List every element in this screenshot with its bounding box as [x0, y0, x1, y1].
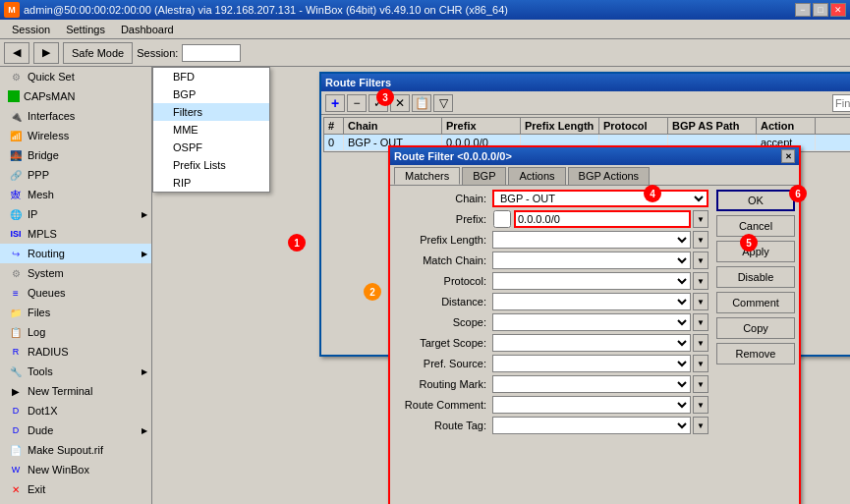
sidebar-item-files[interactable]: 📁 Files [0, 303, 151, 322]
menu-dashboard[interactable]: Dashboard [113, 22, 182, 37]
routing-mark-dropdown[interactable]: ▼ [693, 375, 708, 393]
close-button[interactable]: ✕ [830, 3, 846, 17]
remove-filter-button[interactable]: − [347, 94, 367, 112]
prefix-length-select[interactable] [492, 231, 691, 249]
sidebar-item-exit[interactable]: ✕ Exit [0, 479, 151, 499]
comment-button[interactable]: Comment [716, 292, 795, 313]
target-scope-dropdown[interactable]: ▼ [693, 334, 708, 352]
sidebar-item-dude[interactable]: D Dude ▶ [0, 420, 151, 440]
prefix-checkbox[interactable] [492, 210, 512, 228]
submenu-bfd[interactable]: BFD [153, 68, 269, 85]
submenu-ospf[interactable]: OSPF [153, 139, 269, 156]
prefix-input[interactable] [514, 210, 691, 228]
scope-select[interactable] [492, 313, 691, 331]
sidebar-item-dot1x[interactable]: D Dot1X [0, 401, 151, 420]
remove-button[interactable]: Remove [716, 343, 795, 364]
routing-mark-label: Routing Mark: [394, 378, 492, 390]
submenu-rip[interactable]: RIP [153, 174, 269, 192]
sidebar-item-ip[interactable]: 🌐 IP ▶ [0, 204, 151, 224]
route-filters-toolbar: + − ✓ ✕ 📋 ▽ all [321, 91, 850, 115]
sidebar-item-new-terminal[interactable]: ▶ New Terminal [0, 381, 151, 401]
ip-arrow-icon: ▶ [142, 210, 147, 219]
title-bar-controls: − □ ✕ [795, 3, 846, 17]
menu-session[interactable]: Session [4, 22, 58, 37]
submenu-filters[interactable]: Filters [153, 103, 269, 121]
sidebar-item-ppp[interactable]: 🔗 PPP [0, 165, 151, 185]
title-bar-text: admin@50:00:00:02:00:00 (Alestra) via 19… [24, 4, 795, 16]
session-label: Session: [137, 47, 178, 59]
add-filter-button[interactable]: + [325, 94, 345, 112]
tab-actions[interactable]: Actions [508, 167, 565, 185]
sidebar-label-mesh: Mesh [28, 189, 54, 200]
sidebar: ⚙ Quick Set CAPsMAN 🔌 Interfaces 📶 Wirel… [0, 67, 152, 504]
protocol-dropdown[interactable]: ▼ [693, 272, 708, 290]
dialog-body: Chain: BGP - OUT Prefix: ▼ [390, 186, 799, 441]
pref-source-select[interactable] [492, 355, 691, 372]
route-comment-dropdown[interactable]: ▼ [693, 396, 708, 414]
dude-icon: D [8, 422, 24, 438]
minimize-button[interactable]: − [795, 3, 811, 17]
tab-bgp[interactable]: BGP [462, 167, 506, 185]
sidebar-item-log[interactable]: 📋 Log [0, 322, 151, 342]
copy-button[interactable]: Copy [716, 317, 795, 339]
forward-button[interactable]: ▶ [33, 42, 59, 64]
route-tag-dropdown[interactable]: ▼ [693, 417, 708, 434]
sidebar-item-radius[interactable]: R RADIUS [0, 342, 151, 362]
sidebar-label-quick-set: Quick Set [28, 71, 75, 83]
sidebar-item-routing[interactable]: ↪ Routing ▶ [0, 244, 151, 263]
sidebar-item-wireless[interactable]: 📶 Wireless [0, 126, 151, 145]
chain-select[interactable]: BGP - OUT [492, 190, 708, 207]
sidebar-item-make-supout[interactable]: 📄 Make Supout.rif [0, 440, 151, 460]
safe-mode-button[interactable]: Safe Mode [63, 42, 133, 64]
tab-bgp-actions[interactable]: BGP Actions [568, 167, 651, 185]
sidebar-item-new-winbox[interactable]: W New WinBox [0, 460, 151, 479]
sidebar-item-capsman[interactable]: CAPsMAN [0, 86, 151, 106]
exit-icon: ✕ [8, 481, 24, 497]
pref-source-dropdown[interactable]: ▼ [693, 355, 708, 372]
prefix-dropdown[interactable]: ▼ [693, 210, 708, 228]
maximize-button[interactable]: □ [813, 3, 828, 17]
sidebar-item-mesh[interactable]: 🕸 Mesh [0, 185, 151, 204]
sidebar-item-tools[interactable]: 🔧 Tools ▶ [0, 362, 151, 381]
prefix-length-dropdown[interactable]: ▼ [693, 231, 708, 249]
protocol-select[interactable] [492, 272, 691, 290]
routing-mark-select[interactable] [492, 375, 691, 393]
match-chain-select[interactable] [492, 252, 691, 269]
submenu-prefix-lists[interactable]: Prefix Lists [153, 156, 269, 174]
filter-button[interactable]: ▽ [433, 94, 453, 112]
sidebar-item-system[interactable]: ⚙ System [0, 263, 151, 283]
distance-select[interactable] [492, 293, 691, 310]
route-filter-dialog-close[interactable]: ✕ [781, 149, 795, 163]
sidebar-item-bridge[interactable]: 🌉 Bridge [0, 145, 151, 165]
route-filter-dialog-controls: ✕ [781, 149, 795, 163]
submenu-bgp[interactable]: BGP [153, 85, 269, 103]
sidebar-item-mpls[interactable]: ISI MPLS [0, 224, 151, 244]
route-filter-dialog-title: Route Filter <0.0.0.0/0> [394, 150, 781, 162]
match-chain-dropdown[interactable]: ▼ [693, 252, 708, 269]
sidebar-item-queues[interactable]: ≡ Queues [0, 283, 151, 303]
ok-button[interactable]: OK [716, 190, 795, 211]
back-button[interactable]: ◀ [4, 42, 29, 64]
distance-dropdown[interactable]: ▼ [693, 293, 708, 310]
routing-submenu: BFD BGP Filters MME OSPF Prefix Lists RI… [152, 67, 270, 193]
disable-button[interactable]: Disable [716, 266, 795, 288]
supout-icon: 📄 [8, 442, 24, 458]
log-icon: 📋 [8, 324, 24, 340]
route-filters-title-bar: Route Filters − □ ✕ [321, 74, 850, 91]
submenu-mme[interactable]: MME [153, 121, 269, 139]
tab-matchers[interactable]: Matchers [394, 167, 460, 185]
match-chain-row: Match Chain: ▼ [394, 252, 708, 269]
scope-dropdown[interactable]: ▼ [693, 313, 708, 331]
target-scope-row: Target Scope: ▼ [394, 334, 708, 352]
sidebar-item-interfaces[interactable]: 🔌 Interfaces [0, 106, 151, 126]
route-comment-select[interactable] [492, 396, 691, 414]
session-input[interactable] [182, 44, 241, 62]
menu-settings[interactable]: Settings [58, 22, 113, 37]
sidebar-item-quick-set[interactable]: ⚙ Quick Set [0, 67, 151, 86]
search-input[interactable] [832, 94, 850, 112]
form-fields: Chain: BGP - OUT Prefix: ▼ [390, 186, 712, 441]
copy-filter-button[interactable]: 📋 [412, 94, 431, 112]
route-tag-select[interactable] [492, 417, 691, 434]
cancel-button[interactable]: Cancel [716, 215, 795, 237]
target-scope-select[interactable] [492, 334, 691, 352]
